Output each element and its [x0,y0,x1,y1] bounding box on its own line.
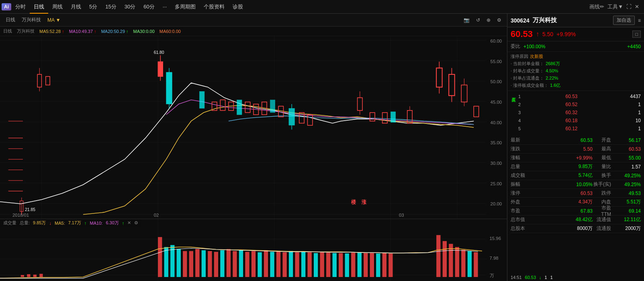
svg-rect-42 [237,100,242,115]
vol-ma10-val: 6.30万 [106,220,119,226]
vol-close-icon[interactable]: ✕ [127,220,131,226]
svg-text:03: 03 [399,213,404,217]
vol-ma10-arrow: ↑ [122,221,125,226]
svg-text:涨: 涨 [362,199,367,205]
stock-code: 300624 [511,17,530,24]
svg-rect-137 [443,241,447,277]
nav-daily[interactable]: 日线 [30,0,48,14]
nav-30min[interactable]: 30分 [121,0,139,14]
nav-60min[interactable]: 60分 [139,0,158,14]
price-display: 60.53 ↑ 5.50 +9.99% □ [507,27,644,41]
stat-row-zangtingdie: 涨停 60.53 跌停 49.53 [511,189,641,198]
chart-add-icon[interactable]: ⊕ [484,16,493,24]
svg-rect-95 [27,274,30,277]
svg-rect-142 [474,252,478,277]
ts-vol2: 1 [550,275,553,280]
nav-multiperiod[interactable]: 多周期图 [171,0,200,14]
chart-screenshot-icon[interactable]: 📷 [461,16,472,24]
svg-rect-97 [39,274,43,277]
svg-rect-103 [189,251,193,277]
seal-item-1: · 封单占成交量： [511,68,544,74]
ts-time: 14:51 [511,275,522,280]
timestamp-row: 14:51 60.53 ↓ 1 1 [507,274,644,281]
nav-more[interactable]: ··· [159,0,171,14]
nav-fenshi[interactable]: 分时 [11,0,30,14]
svg-rect-96 [33,275,37,277]
weiBi-vol: +4450 [627,44,641,49]
svg-rect-105 [202,250,206,277]
screenshot-btn[interactable]: □ [632,31,641,38]
charts-container: 61.80 [0,36,507,281]
ma-type-selector[interactable]: MA ▼ [45,16,63,24]
vol-label: 成交量 [3,220,16,226]
svg-text:35.00: 35.00 [491,140,502,145]
nav-15min[interactable]: 15分 [101,0,120,14]
svg-rect-136 [436,235,440,277]
svg-rect-107 [214,252,218,277]
svg-rect-108 [220,250,224,277]
svg-text:2018/01: 2018/01 [12,213,29,217]
svg-rect-35 [166,72,172,104]
stat-row-chengjiaoe: 成交额 5.74亿 换手 49.25% [511,171,641,180]
nav-weekly[interactable]: 周线 [48,0,67,14]
stat-row-zongshizhi: 总市值 48.42亿 流通值 12.11亿 [511,215,641,224]
nav-monthly[interactable]: 月线 [67,0,85,14]
svg-rect-121 [301,252,305,277]
svg-rect-124 [320,252,324,277]
stat-row-zhangfu: 涨幅 +9.99% 最低 55.00 [511,154,641,162]
svg-rect-113 [251,251,256,277]
vol-total-val: 9.85万 [33,220,46,226]
svg-text:40.00: 40.00 [491,120,502,125]
tools-btn[interactable]: 工具▼ [607,3,623,10]
ai-badge[interactable]: Ai [2,3,11,10]
svg-text:楼: 楼 [351,199,357,205]
price-chart[interactable]: 61.80 [0,36,507,219]
menu-icon[interactable]: ≡ [638,18,641,23]
svg-rect-120 [295,252,299,277]
seal-item-1-val: 4.50% [546,68,558,73]
seal-item-0-val: 2686万 [546,61,560,67]
fullscreen-icon[interactable]: ⛶ [626,4,632,10]
svg-text:15.96: 15.96 [490,236,501,241]
vol-settings-icon[interactable]: ⚙ [134,220,138,226]
svg-rect-134 [382,253,386,277]
right-panel: 300624 万兴科技 加自选 ≡ 60.53 ↑ 5.50 +9.99% □ … [507,14,644,281]
stat-row-waiPan: 外盘 4.34万 内盘 5.51万 [511,198,641,207]
svg-rect-127 [339,253,343,277]
chart-type-daily[interactable]: 日线 [3,16,18,24]
price-chart-svg: 61.80 [0,36,507,219]
svg-rect-122 [307,252,311,277]
nav-diagnosis[interactable]: 诊股 [229,0,247,14]
draw-tool[interactable]: 画线✏ [589,3,604,10]
chart-refresh-icon[interactable]: ↺ [474,16,482,24]
svg-text:7.98: 7.98 [490,256,499,261]
price-arrow-up: ↑ [536,31,539,38]
vol-ma10-label: MA10: [90,221,103,226]
svg-rect-118 [282,252,286,277]
svg-rect-132 [370,253,374,277]
svg-rect-126 [333,253,337,277]
stock-name-label: 万兴科技 [17,28,35,34]
svg-rect-117 [276,251,280,277]
svg-text:45.00: 45.00 [491,100,502,105]
svg-rect-133 [376,253,380,277]
nav-5min[interactable]: 5分 [85,0,101,14]
svg-rect-130 [358,252,362,277]
top-nav: Ai 分时 日线 周线 月线 5分 15分 30分 60分 ··· 多周期图 个… [0,0,644,14]
svg-rect-140 [461,250,465,277]
seal-item-3-val: 1.6亿 [550,82,560,88]
close-icon[interactable]: ✕ [635,4,639,10]
add-to-favorites-btn[interactable]: 加自选 [613,16,635,25]
chart-toolbar: 日线 万兴科技 MA ▼ 📷 ↺ ⊕ ⚙ [0,14,507,27]
vol-ma5-val: 7.17万 [68,220,81,226]
seal-item-2-val: 2.22% [546,76,558,80]
chart-settings-icon[interactable]: ⚙ [495,16,504,24]
weiBi-pct: +100.00% [523,44,545,49]
svg-rect-114 [258,252,262,277]
seal-item-2: · 封单占流通盘： [511,75,544,81]
ts-arrow: ↓ [539,275,542,280]
nav-stock-info[interactable]: 个股资料 [200,0,229,14]
volume-chart[interactable]: 成交量 总量: 9.85万 ↓ MA5: 7.17万 ↑ MA10: 6.30万… [0,219,507,281]
svg-text:50.00: 50.00 [491,79,502,84]
stats-section: 最新 60.53 开盘 56.17 涨跌 5.50 最高 60.53 涨幅 +9… [507,134,644,274]
